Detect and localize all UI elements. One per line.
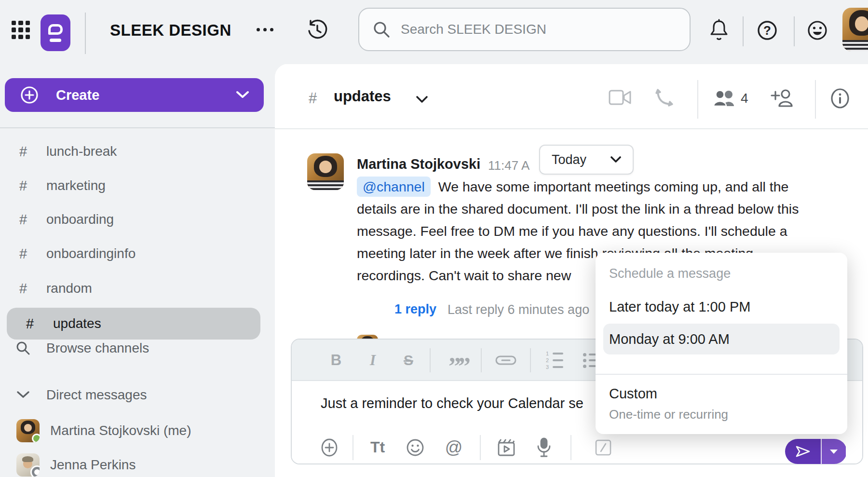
link-icon[interactable]	[493, 340, 518, 381]
composer-action-bar: Tt @	[292, 430, 862, 464]
workspace-logo-icon[interactable]	[41, 14, 70, 51]
message-line: @channel We have some important meetings…	[357, 176, 844, 198]
blockquote-icon[interactable]: ””	[446, 340, 470, 381]
message-author-avatar[interactable]	[307, 153, 344, 190]
italic-icon[interactable]: I	[363, 340, 382, 381]
member-count: 4	[741, 91, 748, 106]
send-button-group	[785, 439, 847, 464]
topbar-divider	[85, 13, 86, 54]
strikethrough-icon[interactable]: S	[399, 340, 418, 381]
schedule-message-popup: Schedule a message Later today at 1:00 P…	[596, 253, 847, 434]
dm-section-label: Direct messages	[46, 387, 147, 403]
browse-channels-label: Browse channels	[46, 341, 149, 356]
toolbar-divider	[481, 348, 482, 372]
sidebar-item-browse-channels[interactable]: Browse channels	[0, 337, 264, 360]
bold-icon[interactable]: B	[326, 340, 346, 381]
text-format-icon[interactable]: Tt	[365, 430, 390, 464]
shortcut-slash-icon[interactable]	[592, 430, 615, 464]
dm-item-martina[interactable]: Martina Stojkovski (me)	[0, 419, 264, 442]
dm-label: Jenna Perkins	[50, 457, 136, 473]
history-icon[interactable]	[306, 18, 329, 41]
dm-section-header[interactable]: Direct messages	[0, 383, 264, 407]
topbar-divider	[743, 16, 744, 46]
chevron-down-icon	[0, 391, 46, 399]
video-call-icon[interactable]	[609, 89, 632, 106]
ordered-list-icon[interactable]: 1 2 3	[542, 340, 567, 381]
channel-chevron-icon[interactable]	[416, 95, 428, 104]
channel-mention-chip[interactable]: @channel	[357, 177, 431, 197]
dm-label: Martina Stojkovski (me)	[50, 423, 191, 438]
message-line: details are in the shared document. I'll…	[357, 198, 844, 220]
header-divider	[815, 80, 816, 119]
sidebar-item-onboardinginfo[interactable]: # onboardinginfo	[0, 242, 264, 265]
sidebar-item-lunch-break[interactable]: # lunch-break	[0, 140, 264, 163]
messages-divider	[275, 128, 868, 129]
video-clip-icon[interactable]	[494, 430, 518, 464]
chevron-down-icon	[610, 156, 621, 163]
dm-item-jenna[interactable]: Jenna Perkins	[0, 453, 264, 477]
hash-icon: #	[0, 178, 46, 194]
workspace-title: SLEEK DESIGN	[110, 21, 231, 40]
help-icon[interactable]: ?	[756, 19, 778, 41]
search-icon	[0, 341, 46, 356]
sidebar-item-marketing[interactable]: # marketing	[0, 174, 264, 197]
notifications-bell-icon[interactable]	[708, 18, 730, 41]
mic-icon[interactable]	[533, 430, 555, 464]
send-button[interactable]	[785, 439, 821, 464]
hash-icon: #	[0, 212, 46, 228]
topbar-divider	[794, 16, 795, 46]
online-status-dot	[32, 434, 40, 442]
members-icon[interactable]: 4	[713, 90, 748, 107]
avatar-shirt	[307, 180, 344, 190]
popup-option-monday-label[interactable]: Monday at 9:00 AM	[609, 331, 730, 347]
phone-call-icon[interactable]	[654, 88, 674, 108]
composer-draft-text[interactable]: Just a reminder to check your Calendar s…	[321, 395, 583, 411]
emoji-status-icon[interactable]	[806, 19, 828, 41]
search-icon	[372, 20, 391, 39]
date-selector-pill[interactable]: Today	[539, 145, 634, 175]
popup-title: Schedule a message	[609, 266, 731, 281]
hash-icon: #	[0, 281, 46, 297]
channel-label: onboarding	[46, 212, 114, 227]
channel-title[interactable]: updates	[334, 88, 391, 105]
sidebar-divider	[0, 127, 275, 128]
message-timestamp: 11:47 A	[488, 158, 529, 173]
avatar	[16, 453, 40, 477]
mention-at-icon[interactable]: @	[442, 430, 465, 464]
hash-icon: #	[0, 144, 46, 160]
channel-hash-icon: #	[309, 90, 317, 107]
search-input[interactable]: Search SLEEK DESIGN	[358, 8, 691, 51]
send-options-button[interactable]	[821, 439, 846, 464]
app-window: SLEEK DESIGN Search SLEEK DESIGN	[0, 0, 868, 477]
toolbar-divider	[430, 348, 431, 372]
message-author-name[interactable]: Martina Stojkovski	[357, 156, 480, 172]
hash-icon: #	[0, 246, 46, 262]
channel-label: lunch-break	[46, 144, 117, 159]
action-divider	[353, 435, 353, 460]
sidebar-item-onboarding[interactable]: # onboarding	[0, 208, 264, 231]
create-button[interactable]: Create	[5, 78, 264, 112]
avatar	[16, 419, 40, 442]
workspace-more-icon[interactable]	[257, 28, 273, 31]
add-person-icon[interactable]	[769, 89, 794, 108]
attach-plus-icon[interactable]	[319, 430, 340, 464]
info-icon[interactable]	[829, 88, 851, 109]
emoji-icon[interactable]	[404, 430, 427, 464]
popup-option-custom[interactable]: Custom	[609, 386, 657, 402]
channel-label: marketing	[46, 178, 106, 193]
caret-down-icon	[829, 449, 838, 454]
top-bar: SLEEK DESIGN Search SLEEK DESIGN	[0, 0, 868, 64]
channel-label: random	[46, 281, 92, 296]
apps-grid-icon[interactable]	[12, 21, 30, 39]
popup-option-later-today[interactable]: Later today at 1:00 PM	[609, 299, 750, 315]
hash-icon: #	[7, 316, 53, 332]
channel-label: updates	[53, 316, 101, 331]
popup-divider	[596, 374, 847, 375]
message-line: message. Feel free to DM me if you have …	[357, 220, 844, 242]
sidebar-item-random[interactable]: # random	[0, 277, 264, 300]
chevron-down-icon	[236, 91, 249, 99]
user-avatar[interactable]	[842, 8, 868, 51]
logo-bar-shape	[50, 39, 61, 42]
sidebar-item-updates-selected[interactable]: # updates	[7, 308, 260, 340]
thread-reply-link[interactable]: 1 reply	[394, 302, 436, 317]
